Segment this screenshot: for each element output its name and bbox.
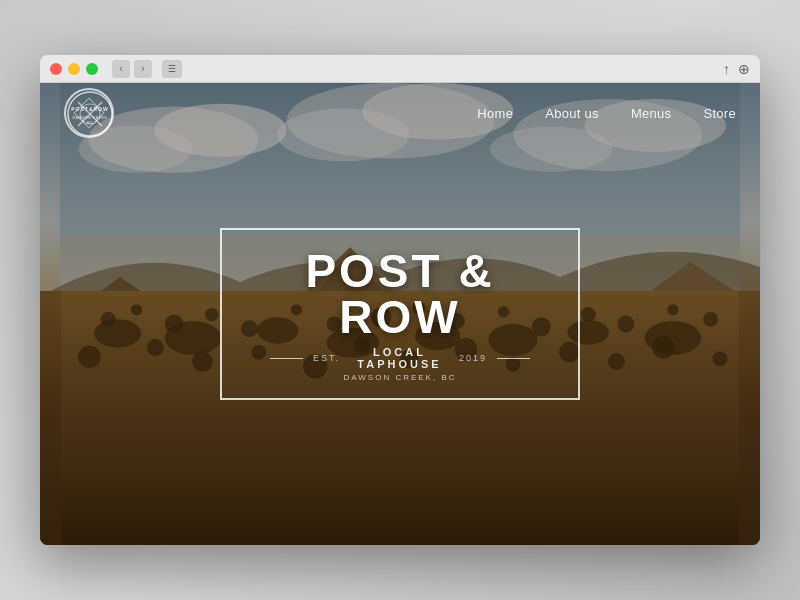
svg-text:POST&ROW: POST&ROW [71, 106, 108, 112]
nav-links: Home About us Menus Store [477, 104, 736, 122]
hero-subtitle-text: LOCAL TAPHOUSE [346, 346, 453, 370]
site-navigation: POST&ROW DAWSON CREEK BC Home About us M… [40, 83, 760, 143]
hero-line-right [497, 358, 530, 359]
mac-nav-buttons: ‹ › [112, 60, 152, 78]
svg-point-52 [80, 104, 100, 124]
hero-line-left [270, 358, 303, 359]
nav-item-store[interactable]: Store [703, 104, 736, 122]
close-button[interactable] [50, 63, 62, 75]
forward-button[interactable]: › [134, 60, 152, 78]
minimize-button[interactable] [68, 63, 80, 75]
maximize-button[interactable] [86, 63, 98, 75]
svg-text:DAWSON CREEK: DAWSON CREEK [73, 116, 108, 120]
hero-subtitle-row: EST. LOCAL TAPHOUSE 2019 [270, 346, 530, 370]
nav-item-menus[interactable]: Menus [631, 104, 672, 122]
add-tab-icon[interactable]: ⊕ [738, 61, 750, 77]
svg-point-49 [68, 92, 112, 136]
mac-desktop: ‹ › ☰ ↑ ⊕ [0, 0, 800, 600]
website-content: POST&ROW DAWSON CREEK BC Home About us M… [40, 83, 760, 545]
reader-button[interactable]: ☰ [162, 60, 182, 78]
hero-est-label: EST. [313, 353, 340, 363]
mac-window: ‹ › ☰ ↑ ⊕ [40, 55, 760, 545]
hero-content: POST & ROW EST. LOCAL TAPHOUSE 2019 DAWS… [220, 228, 580, 400]
site-logo[interactable]: POST&ROW DAWSON CREEK BC [64, 88, 114, 138]
hero-tagline: DAWSON CREEK, BC [270, 373, 530, 382]
mac-titlebar: ‹ › ☰ ↑ ⊕ [40, 55, 760, 83]
nav-item-home[interactable]: Home [477, 104, 513, 122]
mac-right-icons: ↑ ⊕ [723, 61, 750, 77]
hero-est-group: EST. LOCAL TAPHOUSE 2019 [313, 346, 487, 370]
share-icon[interactable]: ↑ [723, 61, 730, 77]
back-button[interactable]: ‹ [112, 60, 130, 78]
hero-box: POST & ROW EST. LOCAL TAPHOUSE 2019 DAWS… [220, 228, 580, 400]
hero-est-year: 2019 [459, 353, 487, 363]
hero-title: POST & ROW [270, 248, 530, 340]
svg-text:BC: BC [87, 121, 93, 125]
nav-item-about-us[interactable]: About us [545, 104, 599, 122]
